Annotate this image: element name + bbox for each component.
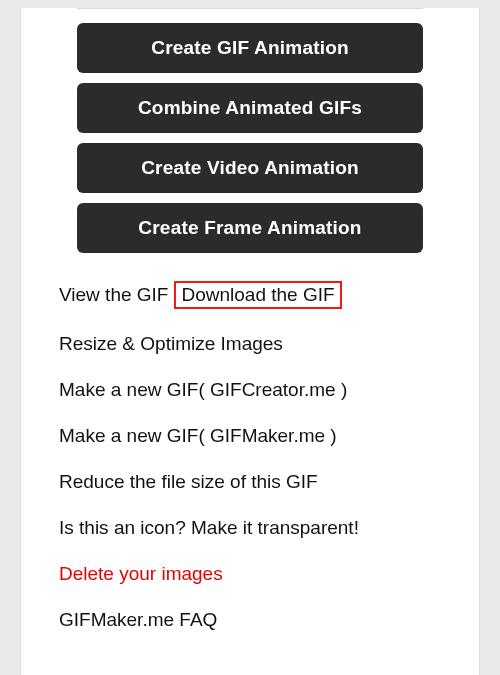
view-gif-link[interactable]: View the GIF: [59, 284, 168, 306]
divider: [77, 8, 423, 9]
resize-optimize-link[interactable]: Resize & Optimize Images: [59, 333, 283, 355]
reduce-size-link[interactable]: Reduce the file size of this GIF: [59, 471, 318, 493]
create-video-animation-button[interactable]: Create Video Animation: [77, 143, 423, 193]
main-panel: Create GIF Animation Combine Animated GI…: [20, 8, 480, 675]
create-gif-animation-button[interactable]: Create GIF Animation: [77, 23, 423, 73]
faq-link[interactable]: GIFMaker.me FAQ: [59, 609, 217, 631]
make-gif-creator-link[interactable]: Make a new GIF( GIFCreator.me ): [59, 379, 347, 401]
make-transparent-link[interactable]: Is this an icon? Make it transparent!: [59, 517, 359, 539]
create-frame-animation-button[interactable]: Create Frame Animation: [77, 203, 423, 253]
make-gif-maker-link[interactable]: Make a new GIF( GIFMaker.me ): [59, 425, 337, 447]
download-gif-highlight: Download the GIF: [174, 281, 341, 309]
action-buttons: Create GIF Animation Combine Animated GI…: [41, 23, 459, 253]
download-gif-link[interactable]: Download the GIF: [181, 284, 334, 305]
delete-images-link[interactable]: Delete your images: [59, 563, 223, 585]
link-list: View the GIF Download the GIF Resize & O…: [41, 253, 459, 631]
view-download-row: View the GIF Download the GIF: [59, 281, 441, 309]
combine-animated-gifs-button[interactable]: Combine Animated GIFs: [77, 83, 423, 133]
